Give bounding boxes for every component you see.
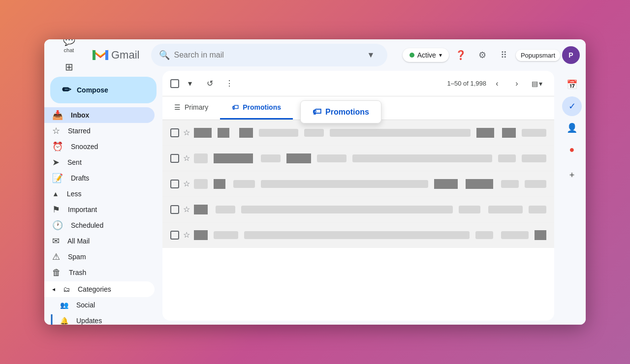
- starred-label: Starred: [68, 127, 143, 135]
- sidebar-item-inbox[interactable]: 📥 Inbox: [44, 107, 155, 123]
- table-row[interactable]: ☆: [162, 197, 554, 222]
- gmail-text: Gmail: [111, 49, 139, 61]
- compose-plus-icon: ✏: [62, 85, 71, 95]
- refresh-button[interactable]: ↺: [201, 75, 219, 92]
- chat-label: chat: [64, 47, 74, 53]
- right-panel: 📅 ✓ 👤 ● +: [558, 71, 586, 325]
- chat-icon: 💬: [63, 39, 75, 46]
- help-button[interactable]: ❓: [451, 45, 471, 65]
- promotions-tab-icon: 🏷: [232, 103, 239, 111]
- row-checkbox[interactable]: [170, 231, 179, 240]
- scheduled-icon: 🕐: [52, 220, 63, 231]
- select-dropdown-button[interactable]: ▾: [181, 75, 199, 92]
- prev-page-button[interactable]: ‹: [488, 75, 506, 92]
- categories-item[interactable]: ◂ 🗂 Categories: [44, 281, 155, 297]
- sidebar: ✏ Compose 📥 Inbox ☆ Starred ⏰ Snoozed ➤ …: [44, 71, 162, 325]
- page-info: 1–50 of 1,998: [447, 80, 486, 87]
- popupsmart-label: Popupsmart: [521, 52, 555, 59]
- keep-button[interactable]: ●: [562, 140, 582, 159]
- sidebar-item-spam[interactable]: ⚠ Spam: [44, 249, 155, 265]
- more-options-button[interactable]: ⋮: [220, 75, 238, 92]
- important-label: Important: [68, 206, 143, 213]
- row-checkbox[interactable]: [170, 154, 179, 163]
- apps-button[interactable]: ⠿: [494, 45, 514, 65]
- sidebar-item-less[interactable]: ▲ Less: [44, 186, 155, 202]
- gmail-m-logo: [92, 48, 109, 62]
- search-icon: 🔍: [159, 50, 170, 61]
- avatar-text: P: [568, 51, 573, 59]
- sent-icon: ➤: [52, 157, 60, 168]
- categories-icon: 🗂: [63, 285, 70, 293]
- avatar[interactable]: P: [562, 46, 580, 64]
- row-checkbox[interactable]: [170, 205, 179, 214]
- star-icon[interactable]: ☆: [183, 230, 190, 240]
- star-icon[interactable]: ☆: [183, 153, 190, 163]
- email-list: ☆ ☆: [162, 120, 554, 321]
- tabs-row: ☰ Primary 🏷 Promotions 👥 Social 🏷 Promot…: [162, 96, 554, 120]
- select-all-checkbox[interactable]: [170, 79, 179, 88]
- snoozed-label: Snoozed: [71, 143, 143, 151]
- search-options-button[interactable]: ▼: [362, 46, 379, 64]
- compose-button[interactable]: ✏ Compose: [50, 77, 157, 103]
- sidebar-item-scheduled[interactable]: 🕐 Scheduled: [44, 217, 155, 233]
- row-checkbox[interactable]: [170, 128, 179, 137]
- updates-label: Updates: [76, 317, 102, 325]
- tasks-button[interactable]: ✓: [562, 96, 582, 116]
- search-bar[interactable]: 🔍 ▼: [151, 44, 387, 66]
- active-status-badge[interactable]: Active ▾: [403, 48, 449, 62]
- star-icon[interactable]: ☆: [183, 205, 190, 214]
- inbox-icon: 📥: [52, 110, 63, 121]
- sidebar-item-trash[interactable]: 🗑 Trash: [44, 265, 155, 280]
- sidebar-item-starred[interactable]: ☆ Starred: [44, 123, 155, 139]
- star-icon[interactable]: ☆: [183, 128, 190, 137]
- snoozed-icon: ⏰: [52, 141, 63, 152]
- contacts-button[interactable]: 👤: [562, 118, 582, 138]
- categories-label: Categories: [78, 285, 111, 293]
- primary-tab-label: Primary: [185, 103, 208, 111]
- compose-label: Compose: [77, 86, 108, 94]
- sidebar-item-sent[interactable]: ➤ Sent: [44, 154, 155, 170]
- gmail-logo: Gmail: [92, 48, 139, 62]
- calendar-button[interactable]: 📅: [562, 75, 582, 94]
- social-icon: 👥: [60, 301, 68, 309]
- less-label: Less: [67, 190, 143, 198]
- tab-primary[interactable]: ☰ Primary: [162, 96, 220, 120]
- search-input[interactable]: [174, 51, 358, 60]
- settings-button[interactable]: ⚙: [472, 45, 492, 65]
- sidebar-item-chat[interactable]: 💬 chat: [50, 39, 88, 57]
- active-chevron-icon: ▾: [439, 52, 442, 59]
- sidebar-item-social[interactable]: 👥 Social: [44, 297, 162, 313]
- topbar-right: Active ▾ ❓ ⚙ ⠿ Popupsmart P: [403, 45, 580, 65]
- promotions-tab-label: Promotions: [243, 103, 281, 111]
- promotions-tooltip: 🏷 Promotions: [300, 100, 381, 123]
- star-icon[interactable]: ☆: [183, 179, 190, 188]
- spam-label: Spam: [68, 253, 143, 261]
- allmail-label: All Mail: [67, 237, 143, 245]
- view-options-button[interactable]: ▤ ▾: [528, 78, 546, 90]
- starred-icon: ☆: [52, 125, 60, 136]
- table-row[interactable]: ☆: [162, 120, 554, 146]
- add-apps-button[interactable]: +: [562, 165, 582, 185]
- table-row[interactable]: ☆: [162, 171, 554, 197]
- sidebar-item-snoozed[interactable]: ⏰ Snoozed: [44, 139, 155, 154]
- main-layout: ✏ Compose 📥 Inbox ☆ Starred ⏰ Snoozed ➤ …: [44, 71, 586, 325]
- sidebar-item-drafts[interactable]: 📝 Drafts: [44, 170, 155, 186]
- allmail-icon: ✉: [52, 236, 60, 246]
- tab-promotions[interactable]: 🏷 Promotions: [220, 96, 293, 120]
- row-checkbox[interactable]: [170, 180, 179, 188]
- table-row[interactable]: ☆: [162, 146, 554, 171]
- drafts-label: Drafts: [71, 174, 143, 182]
- less-icon: ▲: [52, 190, 59, 198]
- view-icon: ▤: [532, 80, 538, 88]
- active-dot: [410, 53, 414, 58]
- social-label: Social: [76, 301, 95, 309]
- account-widget[interactable]: Popupsmart: [516, 50, 560, 61]
- sidebar-item-important[interactable]: ⚑ Important: [44, 202, 155, 217]
- sidebar-item-allmail[interactable]: ✉ All Mail: [44, 233, 155, 249]
- blue-arrow-annotation: [44, 312, 64, 325]
- primary-tab-icon: ☰: [174, 103, 181, 111]
- promo-tooltip-icon: 🏷: [313, 107, 321, 117]
- important-icon: ⚑: [52, 204, 60, 215]
- next-page-button[interactable]: ›: [508, 75, 526, 92]
- table-row[interactable]: ☆: [162, 222, 554, 248]
